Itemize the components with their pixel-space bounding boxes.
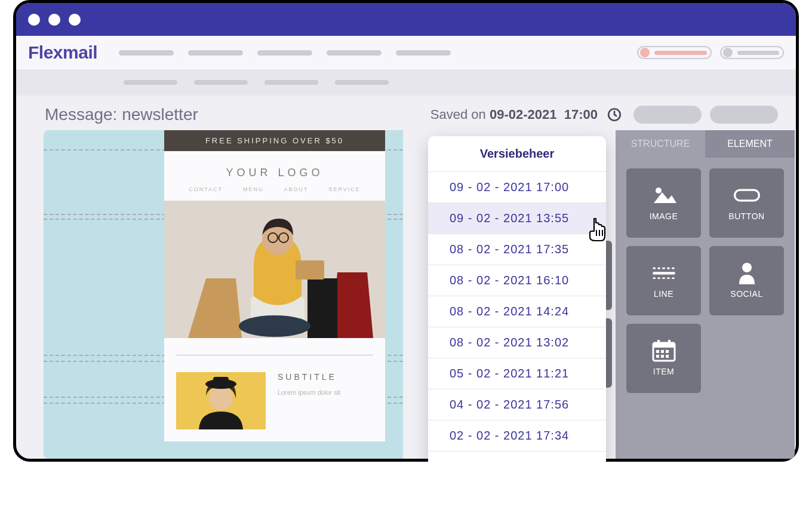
window-control-dot[interactable] <box>69 14 81 26</box>
social-icon <box>734 263 760 283</box>
svg-rect-23 <box>653 343 675 348</box>
saved-time: 17:00 <box>564 107 598 122</box>
page-title: Message: newsletter <box>45 105 198 124</box>
email-nav-item: MENU <box>243 186 264 192</box>
svg-rect-19 <box>653 272 675 274</box>
svg-rect-24 <box>657 340 660 345</box>
person-illustration-icon <box>164 201 385 338</box>
email-banner: FREE SHIPPING OVER $50 <box>164 130 385 151</box>
avatar-icon <box>723 48 733 57</box>
version-item[interactable]: 08 - 02 - 2021 13:02 <box>428 327 606 358</box>
element-item[interactable]: ITEM <box>626 324 701 393</box>
window-control-dot[interactable] <box>48 14 60 26</box>
nav-item-placeholder[interactable] <box>188 50 243 56</box>
svg-rect-26 <box>656 350 659 353</box>
svg-rect-28 <box>666 350 669 353</box>
svg-rect-4 <box>307 278 337 338</box>
dropdown-title: Versiebeheer <box>428 136 606 171</box>
element-label: LINE <box>654 289 673 299</box>
action-button-placeholder[interactable] <box>633 106 702 124</box>
version-history-button[interactable] <box>606 106 623 123</box>
svg-point-15 <box>656 188 662 194</box>
email-subtitle: SUBTITLE <box>278 372 373 382</box>
version-item[interactable]: 08 - 02 - 2021 14:24 <box>428 296 606 327</box>
email-divider <box>176 355 373 355</box>
saved-date: 09-02-2021 <box>490 107 557 122</box>
version-item[interactable]: 08 - 02 - 2021 16:10 <box>428 265 606 296</box>
email-subrow: SUBTITLE Lorem ipsum dolor sit <box>164 372 385 441</box>
svg-marker-16 <box>654 192 676 203</box>
subnav-item-placeholder[interactable] <box>335 80 389 85</box>
line-icon <box>651 263 677 283</box>
version-item[interactable]: 02 - 02 - 2021 17:34 <box>428 420 606 451</box>
sidebar-tabs: STRUCTURE ELEMENT <box>616 130 795 158</box>
editor-body: FREE SHIPPING OVER $50 YOUR LOGO CONTACT… <box>16 130 796 459</box>
email-nav: CONTACT MENU ABOUT SERVICE <box>164 186 385 201</box>
email-nav-item: ABOUT <box>284 186 308 192</box>
svg-point-12 <box>209 386 233 410</box>
svg-rect-29 <box>656 355 659 358</box>
element-label: SOCIAL <box>730 289 762 299</box>
app-logo: Flexmail <box>28 42 97 63</box>
subnav-item-placeholder[interactable] <box>264 80 318 85</box>
email-subtext: SUBTITLE Lorem ipsum dolor sit <box>278 372 373 429</box>
elements-grid: IMAGE BUTTON LINE <box>616 158 795 404</box>
saved-timestamp: Saved on 09-02-2021 17:00 <box>430 107 598 122</box>
email-nav-item: CONTACT <box>189 186 223 192</box>
person-illustration-icon <box>176 372 266 429</box>
svg-point-21 <box>742 263 752 272</box>
top-toolbar: Flexmail <box>16 36 796 69</box>
pointer-cursor-icon <box>588 218 608 244</box>
svg-rect-31 <box>666 355 669 358</box>
email-nav-item: SERVICE <box>329 186 361 192</box>
email-logo-text: YOUR LOGO <box>164 151 385 186</box>
version-history-dropdown: Versiebeheer 09 - 02 - 2021 17:00 09 - 0… <box>428 136 606 462</box>
clock-icon <box>607 107 622 122</box>
version-item[interactable]: 05 - 02 - 2021 11:21 <box>428 358 606 389</box>
action-button-placeholder[interactable] <box>710 106 778 124</box>
page-header: Message: newsletter Saved on 09-02-2021 … <box>16 96 796 130</box>
svg-rect-30 <box>661 355 664 358</box>
window-titlebar <box>16 3 796 36</box>
subnav-item-placeholder[interactable] <box>124 80 177 85</box>
app-window: Flexmail Message: newsletter Saved on 09… <box>13 0 799 462</box>
user-name-placeholder <box>737 51 779 55</box>
version-item[interactable]: 09 - 02 - 2021 17:00 <box>428 171 606 202</box>
element-label: BUTTON <box>728 211 764 221</box>
nav-item-placeholder[interactable] <box>396 50 451 56</box>
window-control-dot[interactable] <box>28 14 40 26</box>
element-image[interactable]: IMAGE <box>626 168 701 238</box>
tab-structure[interactable]: STRUCTURE <box>616 130 705 158</box>
email-canvas[interactable]: FREE SHIPPING OVER $50 YOUR LOGO CONTACT… <box>44 130 403 459</box>
saved-label: Saved on <box>430 107 490 122</box>
status-dot-icon <box>640 48 650 57</box>
tab-element[interactable]: ELEMENT <box>705 130 795 158</box>
nav-item-placeholder[interactable] <box>119 50 174 56</box>
element-label: IMAGE <box>650 211 678 221</box>
subnav-item-placeholder[interactable] <box>194 80 248 85</box>
page-title-name: newsletter <box>122 105 198 124</box>
user-pill[interactable] <box>720 46 784 59</box>
element-button[interactable]: BUTTON <box>709 168 784 238</box>
elements-sidebar: STRUCTURE ELEMENT IMAGE BUTTON <box>616 130 795 459</box>
version-item[interactable]: 02 - 02 - 2021 14:43 <box>428 451 606 462</box>
version-item[interactable]: 08 - 02 - 2021 17:35 <box>428 234 606 265</box>
nav-item-placeholder[interactable] <box>257 50 312 56</box>
svg-rect-14 <box>213 377 229 384</box>
element-label: ITEM <box>653 367 674 376</box>
status-pill[interactable] <box>637 46 712 59</box>
button-icon <box>734 185 760 205</box>
svg-marker-3 <box>331 272 373 338</box>
sub-navigation <box>16 69 796 96</box>
version-item[interactable]: 09 - 02 - 2021 13:55 <box>428 202 606 234</box>
svg-rect-17 <box>734 190 759 201</box>
element-line[interactable]: LINE <box>626 246 701 315</box>
email-hero-image <box>164 201 385 338</box>
svg-point-6 <box>239 315 310 337</box>
page-title-prefix: Message: <box>45 105 122 124</box>
element-social[interactable]: SOCIAL <box>709 246 784 315</box>
nav-item-placeholder[interactable] <box>327 50 382 56</box>
version-item[interactable]: 04 - 02 - 2021 17:56 <box>428 389 606 420</box>
email-preview: FREE SHIPPING OVER $50 YOUR LOGO CONTACT… <box>164 130 385 441</box>
svg-rect-10 <box>296 260 324 280</box>
